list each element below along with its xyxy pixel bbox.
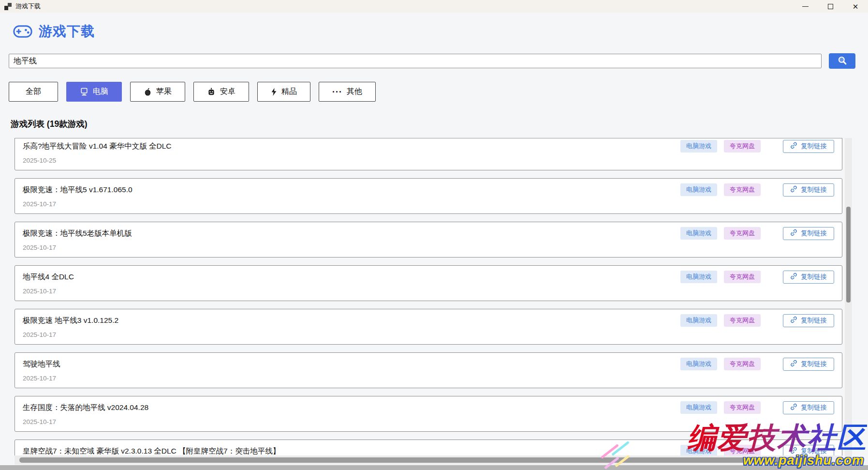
list-header: 游戏列表 (19款游戏) (11, 118, 87, 130)
filter-label: 电脑 (93, 87, 108, 97)
link-icon (790, 229, 797, 238)
android-icon (207, 88, 216, 96)
copy-link-label: 复制链接 (801, 185, 827, 194)
game-list-item: 驾驶地平线 电脑游戏 夸克网盘 复制链接 2025-10-17 (15, 352, 842, 388)
game-list-item: 极限竞速 地平线3 v1.0.125.2 电脑游戏 夸克网盘 复制链接 2025… (15, 309, 842, 345)
copy-link-label: 复制链接 (801, 316, 827, 325)
filter-label: 安卓 (220, 87, 235, 97)
game-date: 2025-10-17 (23, 200, 834, 208)
link-icon (790, 316, 797, 325)
link-icon (790, 447, 797, 455)
link-icon (790, 403, 797, 412)
title-bar: 游戏下载 ✕ (0, 0, 868, 13)
source-badge: 夸克网盘 (724, 140, 761, 152)
copy-link-label: 复制链接 (801, 273, 827, 281)
game-title: 极限竞速 地平线3 v1.0.125.2 (23, 316, 676, 326)
window-title: 游戏下载 (15, 2, 41, 11)
game-title: 皇牌空战7：未知空域 豪华版 v2.3.0.13 全DLC 【附皇牌空战7：突击… (23, 446, 676, 456)
filter-label: 其他 (347, 87, 362, 97)
game-title: 生存国度：失落的地平线 v2024.04.28 (23, 403, 676, 413)
game-title: 极限竞速：地平线5 v1.671.065.0 (23, 185, 676, 195)
copy-link-label: 复制链接 (801, 229, 827, 238)
source-badge: 夸克网盘 (724, 227, 761, 240)
page-title: 游戏下载 (39, 22, 95, 41)
horizontal-scrollbar[interactable] (15, 455, 842, 465)
game-date: 2025-10-17 (23, 418, 834, 425)
gamepad-icon (13, 24, 32, 39)
link-icon (790, 360, 797, 368)
maximize-button[interactable] (818, 0, 843, 13)
computer-icon (80, 88, 88, 96)
game-date: 2025-10-17 (23, 288, 834, 295)
game-list-item: 极限竞速：地平线5 v1.671.065.0 电脑游戏 夸克网盘 复制链接 20… (15, 178, 842, 214)
search-button[interactable] (829, 53, 855, 69)
source-badge: 夸克网盘 (724, 314, 761, 327)
source-badge: 夸克网盘 (724, 401, 761, 414)
filter-label: 全部 (26, 87, 41, 97)
game-title: 极限竞速：地平线5老版本单机版 (23, 228, 676, 239)
game-date: 2025-10-17 (23, 331, 834, 338)
copy-link-label: 复制链接 (801, 142, 827, 151)
platform-badge: 电脑游戏 (680, 227, 717, 240)
game-list-item: 生存国度：失落的地平线 v2024.04.28 电脑游戏 夸克网盘 复制链接 2… (15, 396, 842, 432)
game-title: 地平线4 全DLC (23, 272, 676, 282)
copy-link-button[interactable]: 复制链接 (783, 140, 834, 153)
game-date: 2025-10-17 (23, 375, 834, 382)
vertical-scrollbar[interactable] (845, 138, 852, 464)
game-list-item: 极限竞速：地平线5老版本单机版 电脑游戏 夸克网盘 复制链接 2025-10-1… (15, 222, 842, 258)
copy-link-button[interactable]: 复制链接 (783, 227, 834, 240)
filter-apple-button[interactable]: 苹果 (130, 82, 185, 102)
copy-link-label: 复制链接 (801, 403, 827, 412)
game-list-item: 乐高?地平线大冒险 v1.04 豪华中文版 全DLC 电脑游戏 夸克网盘 复制链… (15, 138, 842, 170)
close-icon: ✕ (853, 3, 859, 10)
page-header: 游戏下载 (13, 22, 95, 41)
filter-premium-button[interactable]: 精品 (257, 82, 310, 102)
filter-bar: 全部 电脑 苹果 (9, 82, 376, 102)
platform-badge: 电脑游戏 (680, 140, 717, 152)
game-date: 2025-10-25 (23, 157, 834, 164)
platform-badge: 电脑游戏 (680, 183, 717, 196)
game-list-item: 地平线4 全DLC 电脑游戏 夸克网盘 复制链接 2025-10-17 (15, 265, 842, 301)
copy-link-label: 复制链接 (801, 360, 827, 368)
link-icon (790, 142, 797, 151)
platform-badge: 电脑游戏 (680, 358, 717, 370)
apple-icon (144, 88, 152, 96)
source-badge: 夸克网盘 (724, 358, 761, 370)
copy-link-button[interactable]: 复制链接 (783, 314, 834, 327)
copy-link-button[interactable]: 复制链接 (783, 183, 834, 197)
close-button[interactable]: ✕ (843, 0, 868, 13)
copy-link-button[interactable]: 复制链接 (783, 271, 834, 284)
app-window-icon (4, 3, 12, 10)
vertical-scrollbar-thumb[interactable] (846, 207, 851, 303)
minimize-icon (802, 6, 809, 7)
link-icon (790, 273, 797, 281)
filter-android-button[interactable]: 安卓 (193, 82, 249, 102)
window-bottom-edge (0, 465, 868, 470)
game-title: 乐高?地平线大冒险 v1.04 豪华中文版 全DLC (23, 141, 676, 152)
minimize-button[interactable] (793, 0, 818, 13)
filter-label: 苹果 (156, 87, 172, 97)
source-badge: 夸克网盘 (724, 271, 761, 283)
search-input[interactable] (9, 54, 822, 68)
lightning-icon (271, 88, 277, 96)
filter-label: 精品 (281, 87, 297, 97)
ellipsis-icon: ··· (332, 88, 342, 96)
search-icon (838, 56, 847, 67)
copy-link-button[interactable]: 复制链接 (783, 358, 834, 371)
filter-all-button[interactable]: 全部 (9, 82, 58, 102)
maximize-icon (828, 4, 833, 9)
game-list: 乐高?地平线大冒险 v1.04 豪华中文版 全DLC 电脑游戏 夸克网盘 复制链… (15, 138, 842, 464)
filter-other-button[interactable]: ··· 其他 (319, 82, 376, 102)
copy-link-button[interactable]: 复制链接 (783, 401, 834, 414)
link-icon (790, 185, 797, 194)
game-date: 2025-10-17 (23, 244, 834, 251)
game-title: 驾驶地平线 (23, 359, 676, 369)
source-badge: 夸克网盘 (724, 183, 761, 196)
filter-pc-button[interactable]: 电脑 (66, 82, 122, 102)
platform-badge: 电脑游戏 (680, 401, 717, 414)
horizontal-scrollbar-thumb[interactable] (19, 457, 817, 463)
copy-link-label: 复制链接 (801, 447, 827, 455)
platform-badge: 电脑游戏 (680, 314, 717, 327)
platform-badge: 电脑游戏 (680, 271, 717, 283)
